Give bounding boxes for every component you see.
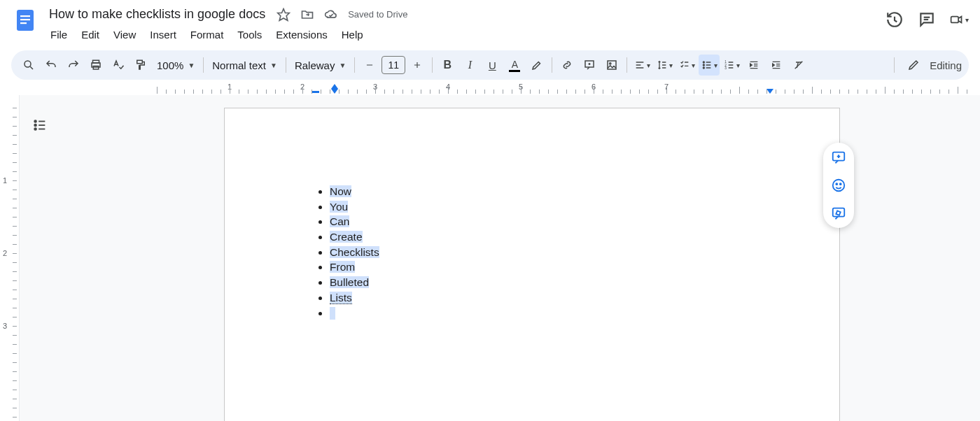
svg-marker-4 xyxy=(278,8,290,20)
header-right xyxy=(885,6,969,29)
line-spacing-icon[interactable] xyxy=(654,55,675,76)
svg-point-60 xyxy=(833,180,845,192)
bulleted-list-icon[interactable] xyxy=(699,55,720,76)
undo-icon[interactable] xyxy=(41,55,62,76)
numbered-list-icon[interactable]: 123 xyxy=(721,55,742,76)
bold-icon[interactable]: B xyxy=(437,55,458,76)
svg-point-55 xyxy=(34,128,36,130)
list-item: Can xyxy=(330,214,839,229)
svg-line-9 xyxy=(30,66,33,69)
document-title[interactable]: How to make checklists in google docs xyxy=(45,6,270,23)
menu-bar: File Edit View Insert Format Tools Exten… xyxy=(45,26,885,43)
list-item: From xyxy=(330,259,839,275)
menu-edit[interactable]: Edit xyxy=(76,26,105,43)
toolbar: 100%▼ Normal text▼ Raleway▼ 11 B I U A 1… xyxy=(11,50,969,80)
svg-point-51 xyxy=(34,120,36,122)
list-item xyxy=(330,306,839,321)
svg-rect-2 xyxy=(20,19,30,20)
svg-rect-7 xyxy=(951,17,959,23)
list-item: Now xyxy=(330,184,839,199)
clear-format-icon[interactable] xyxy=(788,55,809,76)
align-icon[interactable] xyxy=(631,55,652,76)
editing-mode-label[interactable]: Editing xyxy=(930,59,962,71)
document-outline-icon[interactable] xyxy=(32,117,48,133)
separator xyxy=(432,57,433,73)
move-folder-icon[interactable] xyxy=(300,8,314,22)
paint-format-icon[interactable] xyxy=(130,55,151,76)
decrease-indent-icon[interactable] xyxy=(743,55,764,76)
insert-comment-icon[interactable] xyxy=(579,55,600,76)
separator xyxy=(552,57,552,73)
zoom-dropdown[interactable]: 100%▼ xyxy=(153,59,199,71)
list-item: Lists xyxy=(330,290,839,306)
menu-format[interactable]: Format xyxy=(185,26,230,43)
header-bar: How to make checklists in google docs Sa… xyxy=(0,0,980,43)
redo-icon[interactable] xyxy=(63,55,84,76)
svg-point-32 xyxy=(703,64,704,66)
separator xyxy=(354,57,355,73)
svg-rect-13 xyxy=(137,60,143,64)
svg-point-62 xyxy=(840,183,841,185)
svg-point-53 xyxy=(34,124,36,127)
vertical-ruler[interactable]: 123 xyxy=(0,95,20,421)
svg-point-8 xyxy=(24,61,31,67)
paragraph-style-dropdown[interactable]: Normal text▼ xyxy=(208,59,281,71)
print-icon[interactable] xyxy=(85,55,106,76)
separator xyxy=(286,57,286,73)
increase-indent-icon[interactable] xyxy=(766,55,787,76)
emoji-reaction-icon[interactable] xyxy=(831,178,846,193)
search-menus-icon[interactable] xyxy=(18,55,39,76)
svg-rect-1 xyxy=(20,15,30,17)
menu-help[interactable]: Help xyxy=(336,26,369,43)
menu-view[interactable]: View xyxy=(108,26,141,43)
highlight-icon[interactable] xyxy=(526,55,547,76)
menu-tools[interactable]: Tools xyxy=(232,26,267,43)
checklist-icon[interactable] xyxy=(676,55,697,76)
document-page[interactable]: Now You Can Create Checklists From Bulle… xyxy=(224,108,840,421)
suggest-edits-icon[interactable] xyxy=(831,206,846,221)
svg-point-61 xyxy=(836,183,837,185)
text-color-icon[interactable]: A xyxy=(504,55,525,76)
svg-rect-20 xyxy=(608,61,616,69)
list-item: Checklists xyxy=(330,245,839,260)
document-content[interactable]: Now You Can Create Checklists From Bulle… xyxy=(225,108,839,320)
separator xyxy=(626,57,627,73)
list-item: You xyxy=(330,199,839,215)
font-dropdown[interactable]: Raleway▼ xyxy=(290,59,350,71)
cloud-done-icon[interactable] xyxy=(324,8,338,22)
svg-rect-3 xyxy=(20,22,27,24)
menu-insert[interactable]: Insert xyxy=(144,26,182,43)
underline-icon[interactable]: U xyxy=(482,55,503,76)
font-size-input[interactable]: 11 xyxy=(382,56,405,74)
video-call-icon[interactable] xyxy=(949,10,969,29)
svg-text:3: 3 xyxy=(724,66,727,70)
list-item: Bulleted xyxy=(330,275,839,290)
italic-icon[interactable]: I xyxy=(459,55,480,76)
docs-logo[interactable] xyxy=(11,6,39,34)
horizontal-ruler[interactable]: // ticks generated by script below 12345… xyxy=(20,83,980,97)
comments-icon[interactable] xyxy=(917,10,937,29)
star-icon[interactable] xyxy=(276,8,290,22)
bulleted-list[interactable]: Now You Can Create Checklists From Bulle… xyxy=(316,184,839,320)
history-icon[interactable] xyxy=(885,10,904,29)
spellcheck-icon[interactable] xyxy=(108,55,129,76)
svg-point-34 xyxy=(703,67,704,69)
menu-file[interactable]: File xyxy=(45,26,73,43)
decrease-font-icon[interactable] xyxy=(359,55,380,76)
title-area: How to make checklists in google docs Sa… xyxy=(45,6,885,43)
editing-mode-icon[interactable] xyxy=(903,55,924,76)
separator xyxy=(894,57,895,73)
increase-font-icon[interactable] xyxy=(407,55,428,76)
list-item: Create xyxy=(330,229,839,245)
add-comment-icon[interactable] xyxy=(831,150,846,165)
saved-status: Saved to Drive xyxy=(348,9,407,20)
svg-point-30 xyxy=(703,62,704,63)
insert-image-icon[interactable] xyxy=(601,55,622,76)
menu-extensions[interactable]: Extensions xyxy=(270,26,332,43)
insert-link-icon[interactable] xyxy=(556,55,578,76)
separator xyxy=(203,57,204,73)
svg-point-21 xyxy=(610,63,611,64)
inline-tool-popover xyxy=(823,143,854,228)
